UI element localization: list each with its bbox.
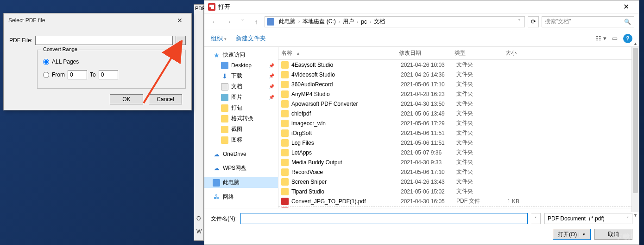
from-input[interactable] [68,70,87,79]
all-pages-radio[interactable] [43,59,49,65]
filename-dropdown[interactable]: ˅ [531,213,541,224]
close-icon[interactable]: ✕ [617,0,635,13]
file-row[interactable]: LotApps2021-05-07 9:36文件夹 [278,148,639,157]
address-dropdown[interactable]: ˅ [516,19,523,25]
file-name: LotApps [291,149,401,156]
forward-button[interactable]: → [223,16,234,27]
back-button[interactable]: ← [209,16,220,27]
file-row[interactable]: Apowersoft PDF Converter2021-04-30 13:50… [278,99,639,109]
sort-indicator-icon: ▲ [296,51,300,56]
address-row: ← → ˅ ↑ 此电脑› 本地磁盘 (C:)› 用户› pc› 文档 ˅ ⟳ 搜… [204,13,639,30]
breadcrumb[interactable]: 本地磁盘 (C:) [301,18,337,26]
pin-icon: 📌 [269,63,274,68]
folder-icon [281,129,289,137]
to-input[interactable] [99,70,118,79]
sidebar-quick-access[interactable]: ★快速访问 [204,50,278,60]
scroll-down-icon[interactable]: ▼ [632,212,639,219]
breadcrumb[interactable]: 文档 [372,18,387,26]
open-button[interactable]: 打开(O)▼ [553,229,591,240]
file-row[interactable]: 360AudioRecord2021-05-06 17:10文件夹 [278,79,639,89]
column-date[interactable]: 修改日期 [399,49,455,57]
breadcrumb[interactable]: pc [359,19,369,25]
sidebar-item-downloads[interactable]: ⬇下载📌 [204,71,278,81]
file-row[interactable]: 4Videosoft Studio2021-04-26 14:36文件夹 [278,70,639,79]
file-row[interactable]: Convert_JPG_TO_PDF.pdf2021-04-30 16:05PD… [278,206,639,208]
new-folder-button[interactable]: 新建文件夹 [236,34,266,43]
chevron-right-icon[interactable]: › [357,19,358,24]
sidebar-item-pictures[interactable]: 图片📌 [204,92,278,103]
view-mode-button[interactable]: ☷ ▾ [596,35,606,42]
file-name: iOrgSoft [291,130,401,136]
sidebar-wps[interactable]: ☁WPS网盘 [204,163,278,174]
file-list[interactable]: 4Easysoft Studio2021-04-26 10:03文件夹4Vide… [278,60,639,208]
file-type: 文件夹 [456,119,507,127]
file-row[interactable]: Media Buddy Output2021-04-30 9:33文件夹 [278,157,639,167]
sidebar-item[interactable]: 图标 [204,135,278,145]
file-row[interactable]: iOrgSoft2021-05-06 11:51文件夹 [278,128,639,138]
search-input[interactable]: 搜索"文档" 🔍 [542,16,634,27]
sidebar-item[interactable]: 截图 [204,124,278,135]
browse-button[interactable]: ... [176,36,186,45]
file-type: 文件夹 [456,100,507,108]
file-row[interactable]: Screen Sniper2021-04-26 13:43文件夹 [278,177,639,187]
chevron-right-icon[interactable]: › [370,19,371,24]
select-pdf-titlebar[interactable]: Select PDF file ✕ [4,13,191,27]
sidebar-item[interactable]: 格式转换 [204,113,278,124]
file-type: PDF 文件 [456,197,507,205]
column-type[interactable]: 类型 [455,49,505,57]
sidebar-network[interactable]: 🖧网络 [204,192,278,202]
scroll-up-icon[interactable]: ▲ [632,40,639,47]
file-name: Log Files [291,140,401,146]
file-type: 文件夹 [456,80,507,88]
file-row[interactable]: imageocr_win2021-05-06 17:29文件夹 [278,118,639,128]
sidebar-item[interactable]: 打包 [204,103,278,113]
file-date: 2021-05-07 9:36 [401,149,456,156]
file-row[interactable]: chiefpdf2021-05-06 13:49文件夹 [278,109,639,118]
recent-dropdown[interactable]: ˅ [237,16,248,27]
pdf-app-icon [208,3,215,11]
up-button[interactable]: ↑ [251,16,262,27]
close-icon[interactable]: ✕ [173,13,187,27]
sidebar-item-documents[interactable]: 文档📌 [204,81,278,92]
watermark: 下载吧 [615,232,638,242]
organize-menu[interactable]: 组织 [211,34,227,43]
scrollbar-thumb[interactable] [633,48,638,193]
pdf-file-input[interactable] [35,36,173,45]
chevron-down-icon: ˅ [627,216,629,221]
help-button[interactable]: ? [623,34,632,43]
file-type: 文件夹 [456,110,507,117]
address-bar[interactable]: 此电脑› 本地磁盘 (C:)› 用户› pc› 文档 ˅ [265,16,525,27]
open-file-dialog: 打开 ✕ ← → ˅ ↑ 此电脑› 本地磁盘 (C:)› 用户› pc› 文档 … [204,0,639,245]
file-row[interactable]: Tipard Studio2021-05-06 15:02文件夹 [278,187,639,196]
file-type: 文件夹 [456,158,507,166]
search-placeholder: 搜索"文档" [545,18,571,26]
file-type-select[interactable]: PDF Document（*.pdf) ˅ [544,213,632,224]
breadcrumb[interactable]: 此电脑 [277,18,297,26]
filename-input[interactable] [240,213,528,224]
sidebar-thispc[interactable]: 此电脑 [204,177,278,188]
chevron-down-icon: ▼ [579,232,586,237]
file-type: 文件夹 [456,129,507,137]
cancel-button[interactable]: Cancel [149,94,182,104]
file-row[interactable]: RecordVoice2021-05-06 17:10文件夹 [278,167,639,177]
ok-button[interactable]: OK [110,94,143,104]
refresh-button[interactable]: ⟳ [528,16,539,27]
file-row[interactable]: Log Files2021-05-06 11:51文件夹 [278,138,639,148]
column-size[interactable]: 大小 [505,49,543,57]
chevron-right-icon[interactable]: › [298,19,300,24]
file-row[interactable]: AnyMP4 Studio2021-04-28 16:23文件夹 [278,89,639,99]
vertical-scrollbar[interactable]: ▲ ▼ [631,47,639,212]
folder-icon [281,90,289,98]
open-titlebar[interactable]: 打开 ✕ [204,0,639,13]
search-icon[interactable]: 🔍 [624,19,631,25]
from-radio[interactable] [43,72,49,78]
file-type: 文件夹 [456,187,507,195]
breadcrumb[interactable]: 用户 [341,18,356,26]
sidebar-onedrive[interactable]: ☁OneDrive [204,149,278,159]
file-row[interactable]: 4Easysoft Studio2021-04-26 10:03文件夹 [278,60,639,70]
chevron-right-icon[interactable]: › [339,19,340,24]
file-row[interactable]: Convert_JPG_TO_PDF(1).pdf2021-04-30 16:0… [278,196,639,206]
sidebar-item-desktop[interactable]: Desktop📌 [204,60,278,71]
preview-pane-button[interactable]: ▭ [612,35,618,42]
column-name[interactable]: 名称▲ [278,49,399,57]
